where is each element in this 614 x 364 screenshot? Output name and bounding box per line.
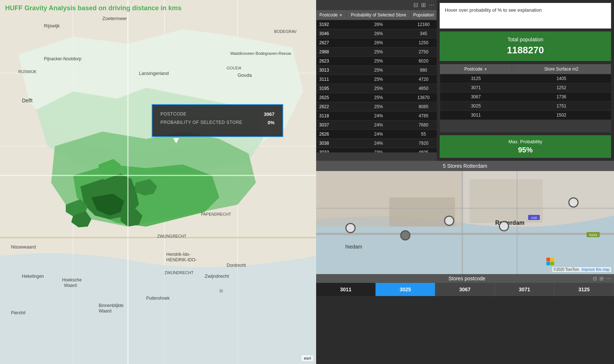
cell-probability: 24% xyxy=(346,111,410,121)
cell-population: 12160 xyxy=(410,20,437,29)
table-header: Postcode ▼ Probability of Selected Store… xyxy=(317,10,437,20)
postcode-tab[interactable]: 3067 xyxy=(435,283,495,296)
store-col-postcode[interactable]: Postcode ▼ xyxy=(440,64,512,74)
svg-text:Pijnacker-Nootdorp: Pijnacker-Nootdorp xyxy=(44,56,82,61)
store-circle-4[interactable] xyxy=(499,221,509,231)
cell-probability: 24% xyxy=(346,121,410,130)
store-circle-5[interactable] xyxy=(568,197,579,208)
svg-text:hiedam: hiedam xyxy=(345,244,362,250)
data-table-section: ⊟ ⊞ ⋯ Postcode ▼ Probability of Selected… xyxy=(316,0,437,161)
cell-probability: 25% xyxy=(346,48,410,57)
svg-text:Zwijndrecht: Zwijndrecht xyxy=(205,273,229,279)
cell-postcode: 2626 xyxy=(317,130,347,139)
bottom-filter-icon[interactable]: ⊟ xyxy=(593,276,597,281)
max-prob-value: 95% xyxy=(445,146,606,154)
filter-icon[interactable]: ⊟ xyxy=(413,1,418,8)
cell-probability: 26% xyxy=(346,29,410,38)
svg-text:Binnenblijkte: Binnenblijkte xyxy=(99,303,124,308)
info-boxes: Hover over probability of % to see expla… xyxy=(437,0,614,161)
cell-postcode: 3192 xyxy=(317,20,347,29)
mini-map-section: 5 Stores Rotterdam A16 N319 Rotterdam Th… xyxy=(316,161,614,274)
store-cell-postcode: 3067 xyxy=(440,92,512,102)
svg-text:Zoetermeer: Zoetermeer xyxy=(102,16,127,21)
cell-population: 2750 xyxy=(410,48,437,57)
svg-text:ZWIJNGRECHT: ZWIJNGRECHT xyxy=(157,234,186,238)
improve-map-link[interactable]: Improve this map xyxy=(581,268,610,272)
bottom-bar: Stores postcode ⊟ ⊞ ⋯ 301130253067307131… xyxy=(316,274,614,296)
svg-text:Waard: Waard xyxy=(64,283,77,288)
postcode-tab[interactable]: 3025 xyxy=(376,283,435,296)
cell-probability: 24% xyxy=(346,130,410,139)
tooltip-probability-value: 0% xyxy=(268,120,274,125)
svg-rect-66 xyxy=(550,262,554,265)
svg-text:Gouda: Gouda xyxy=(238,72,252,78)
esri-watermark: esri xyxy=(302,355,313,361)
cell-population: 345 xyxy=(410,29,437,38)
table-row: 3118 24% 4785 xyxy=(317,111,437,121)
stores-postcode-title: Stores postcode xyxy=(341,276,593,281)
postcode-tab[interactable]: 3125 xyxy=(554,283,614,296)
table-row: 3037 24% 7680 xyxy=(317,121,437,130)
table-scroll-container[interactable]: Postcode ▼ Probability of Selected Store… xyxy=(316,10,437,152)
cell-postcode: 3013 xyxy=(317,66,347,75)
store-cell-surface: 1751 xyxy=(512,102,611,111)
cell-postcode: 2623 xyxy=(317,57,347,66)
total-population-box: Total population 1188270 xyxy=(440,31,611,61)
cell-population: 55 xyxy=(410,130,437,139)
main-map[interactable]: Rijswijk Zoetermeer RIJSWIJK Pijnacker-N… xyxy=(0,0,316,364)
mini-map-watermark: ©2020 TomTom Improve this map xyxy=(552,267,611,272)
svg-text:BODEGRAV: BODEGRAV xyxy=(274,29,297,34)
bottom-more-icon[interactable]: ⋯ xyxy=(606,276,611,281)
store-cell-postcode: 3025 xyxy=(440,102,512,111)
hover-info-box: Hover over probability of % to see expla… xyxy=(440,3,611,29)
more-icon[interactable]: ⋯ xyxy=(429,1,435,8)
store-col-surface[interactable]: Store Surface m2 xyxy=(512,64,611,74)
cell-postcode: 3118 xyxy=(317,111,347,121)
svg-rect-65 xyxy=(546,262,550,265)
svg-text:Puttershoek: Puttershoek xyxy=(146,296,170,301)
store-circle-1[interactable] xyxy=(345,223,356,233)
col-postcode[interactable]: Postcode ▼ xyxy=(317,10,347,20)
hover-info-text: Hover over probability of % to see expla… xyxy=(445,7,542,13)
postcode-tab[interactable]: 3071 xyxy=(495,283,554,296)
store-cell-postcode: 3071 xyxy=(440,83,512,92)
svg-text:RIJSWIJK: RIJSWIJK xyxy=(18,69,37,74)
cell-postcode: 2988 xyxy=(317,48,347,57)
table-body: 3192 26% 12160 3046 26% 345 2627 26% 125… xyxy=(317,20,437,153)
map-tooltip: POSTCODE 3067 PROBABILITY OF SELECTED ST… xyxy=(152,104,283,137)
cell-population: 7920 xyxy=(410,139,437,148)
svg-text:Hekelingen: Hekelingen xyxy=(22,274,44,279)
store-circle-selected[interactable] xyxy=(400,230,410,240)
svg-text:GOUDA: GOUDA xyxy=(227,66,242,70)
table-row: 3033 23% 4605 xyxy=(317,148,437,153)
store-cell-postcode: 3125 xyxy=(440,74,512,83)
table-row: 2627 26% 1250 xyxy=(317,38,437,48)
postcode-tab[interactable]: 3011 xyxy=(316,283,376,296)
cell-postcode: 2625 xyxy=(317,93,347,102)
cell-probability: 24% xyxy=(346,139,410,148)
svg-text:PAPENDRECHT: PAPENDRECHT xyxy=(201,212,231,216)
sort-arrow-postcode: ▼ xyxy=(339,13,342,17)
table-row: 2626 24% 55 xyxy=(317,130,437,139)
max-probability-box: Max. Probability 95% xyxy=(440,135,611,158)
store-surface-table: Postcode ▼ Store Surface m2 3125 1405 30… xyxy=(440,64,611,120)
expand-icon[interactable]: ⊞ xyxy=(421,1,426,8)
store-circle-2[interactable] xyxy=(444,216,454,226)
tooltip-postcode-label: POSTCODE xyxy=(160,111,186,117)
cell-probability: 25% xyxy=(346,66,410,75)
bottom-expand-icon[interactable]: ⊞ xyxy=(599,276,604,281)
col-probability[interactable]: Probability of Selected Store xyxy=(346,10,410,20)
svg-text:Waddinxveen Bodegraven-Reeuw: Waddinxveen Bodegraven-Reeuw xyxy=(230,51,291,56)
store-cell-surface: 1252 xyxy=(512,83,611,92)
store-table-row: 3071 1252 xyxy=(440,83,611,92)
cell-population: 1250 xyxy=(410,38,437,48)
cell-population: 6020 xyxy=(410,57,437,66)
tomtom-credit: ©2020 TomTom xyxy=(554,268,579,272)
cell-postcode: 3111 xyxy=(317,75,347,84)
svg-text:ZWIJNDRECHT: ZWIJNDRECHT xyxy=(164,270,194,275)
table-row: 3038 24% 7920 xyxy=(317,139,437,148)
svg-text:Hendrik-Ido-: Hendrik-Ido- xyxy=(166,252,190,257)
tooltip-probability-row: PROBABILITY OF SELECTED STORE 0% xyxy=(160,120,274,125)
col-population[interactable]: Population xyxy=(410,10,437,20)
cell-probability: 25% xyxy=(346,57,410,66)
